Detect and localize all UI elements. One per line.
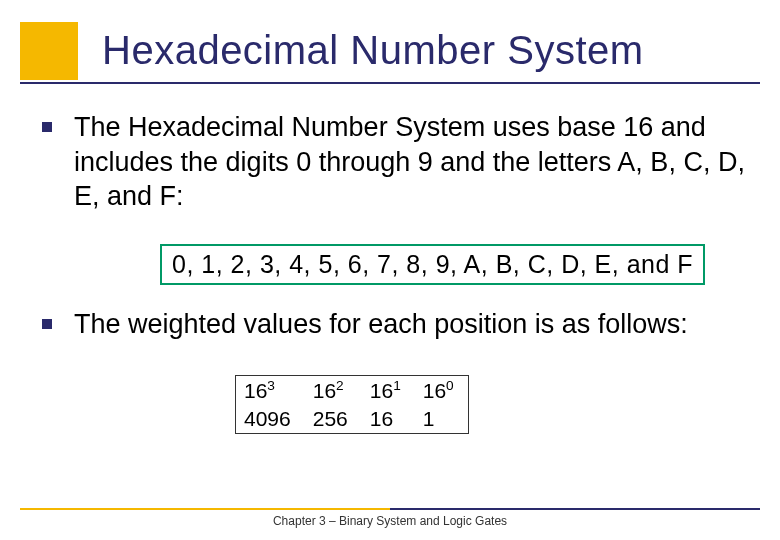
bullet-square-icon (42, 122, 52, 132)
title-accent-box (20, 22, 78, 80)
value-cell: 4096 (236, 405, 305, 433)
hex-digits-box: 0, 1, 2, 3, 4, 5, 6, 7, 8, 9, A, B, C, D… (160, 244, 705, 285)
power-cell: 160 (415, 376, 468, 405)
slide-content: The Hexadecimal Number System uses base … (0, 110, 780, 438)
footer-divider (20, 508, 760, 510)
bullet-item-intro: The Hexadecimal Number System uses base … (42, 110, 760, 214)
weighted-values-table: 163 162 161 160 4096 256 16 1 (235, 375, 469, 434)
bullet-square-icon (42, 319, 52, 329)
bullet-text-intro: The Hexadecimal Number System uses base … (74, 110, 760, 214)
table-row: 163 162 161 160 (236, 376, 468, 405)
table-row: 4096 256 16 1 (236, 405, 468, 433)
value-cell: 1 (415, 405, 468, 433)
value-cell: 16 (362, 405, 415, 433)
slide-footer: Chapter 3 – Binary System and Logic Gate… (0, 508, 780, 528)
bullet-item-weighted: The weighted values for each position is… (42, 307, 760, 342)
power-cell: 161 (362, 376, 415, 405)
power-cell: 162 (305, 376, 362, 405)
value-cell: 256 (305, 405, 362, 433)
slide-title: Hexadecimal Number System (102, 28, 644, 73)
bullet-text-weighted: The weighted values for each position is… (74, 307, 688, 342)
title-underline (20, 82, 760, 84)
footer-text: Chapter 3 – Binary System and Logic Gate… (0, 514, 780, 528)
power-cell: 163 (236, 376, 305, 405)
